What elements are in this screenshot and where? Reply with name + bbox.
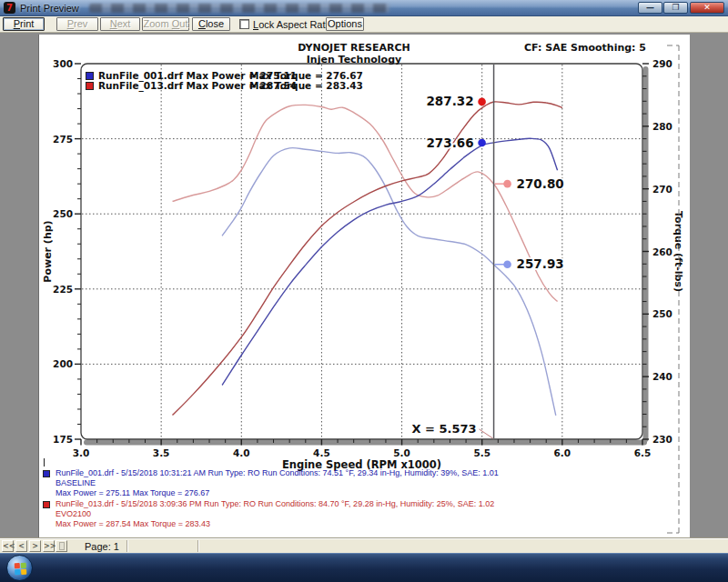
x-tick-label: 3.0 [73,447,90,458]
minimize-button[interactable]: — [638,2,662,14]
run2-name: EVO2100 [56,509,91,518]
close-icon: ✕ [703,3,711,12]
right-tick-label: 230 [652,434,672,445]
run2-file-line: RunFile_013.drf - 5/15/2018 3:09:36 PM R… [56,499,494,508]
legend-row-1: RunFile_001.drf Max Power = 275.11 Max T… [86,70,97,80]
chart-title: DYNOJET RESEARCH [217,42,490,54]
document-icon [59,542,65,550]
run1-max-line: Max Power = 275.11 Max Torque = 276.67 [56,488,209,497]
preview-page: 3.03.54.04.55.05.56.06.53002752502252001… [38,35,690,538]
callout-dot [478,98,486,106]
run2-max-line: Max Power = 287.54 Max Torque = 283.43 [56,519,210,528]
plot-border [81,64,642,439]
next-page-button[interactable]: > [29,540,41,552]
page-setup-button[interactable] [56,540,67,552]
legend-swatch-red [86,82,94,90]
x-tick-label: 3.5 [153,447,170,458]
callout-label: 270.80 [517,176,564,191]
run-swatch-1 [43,470,50,477]
callout-label: 257.93 [517,256,564,271]
preview-background: 3.03.54.04.55.05.56.06.53002752502252001… [0,33,728,538]
left-tick-label: 250 [53,208,73,219]
callout-dot [503,260,511,268]
close-window-button[interactable]: ✕ [690,2,724,14]
callout-dot [478,139,486,147]
x-tick-label: 6.5 [634,447,652,458]
options-button[interactable]: Options [326,17,364,31]
x-tick-label: 4.0 [233,447,250,458]
x-tick-label: 5.0 [393,447,410,458]
redacted-title-text [89,4,389,13]
last-page-button[interactable]: >> [43,540,55,552]
minimize-icon: — [646,3,654,12]
prev-page-button[interactable]: < [15,540,27,552]
statusbar-separator [126,540,128,552]
first-page-button[interactable]: << [2,540,14,552]
restore-button[interactable]: ❐ [663,2,688,14]
left-tick-label: 175 [53,434,73,445]
left-tick-label: 200 [53,358,73,369]
legend-file-2: RunFile_013.drf [98,80,183,91]
x-tick-label: 6.0 [554,447,571,458]
restore-icon: ❐ [672,3,679,12]
x-tick-label: 4.5 [313,447,330,458]
lock-aspect-label: Lock Aspect Ratio [253,19,333,30]
callout-dot [503,180,511,188]
print-preview-toolbar: Print Prev Next Zoom Out Close Lock Aspe… [0,16,728,33]
right-tick-label: 240 [652,371,672,382]
page-number-label: Page: 1 [85,541,119,552]
right-tick-label: 270 [652,184,672,195]
windows-flag-icon [15,563,27,576]
text-caret [44,458,45,467]
print-button[interactable]: Print [3,17,45,31]
app-icon: 7 [4,2,15,14]
right-tick-label: 290 [652,58,672,69]
correction-smoothing-note: CF: SAE Smoothing: 5 [524,42,646,54]
window-title: Print Preview [20,3,79,14]
callout-label: 287.32 [426,94,473,108]
callout-label: 273.66 [426,135,473,150]
title-bar: 7 Print Preview — ❐ ✕ [0,0,728,16]
left-tick-label: 225 [53,284,73,295]
prev-button[interactable]: Prev [56,17,98,31]
cursor-x-label: X = 5.573 [411,422,476,436]
dyno-chart: 3.03.54.04.55.05.56.06.53002752502252001… [39,35,691,538]
right-tick-label: 250 [652,308,672,319]
x-tick-label: 5.5 [473,447,490,458]
start-button[interactable] [6,555,33,581]
legend-row-2: RunFile_013.drf Max Power = 287.54 Max T… [86,80,97,90]
close-preview-button[interactable]: Close [192,17,230,31]
run-swatch-2 [43,501,50,508]
left-tick-label: 300 [53,58,73,69]
zoom-out-button[interactable]: Zoom Out [142,17,189,31]
legend-torque-2: Max Torque = 283.43 [249,80,363,91]
right-tick-label: 260 [652,246,672,257]
status-bar: << < > >> Page: 1 [0,538,728,553]
right-tick-label: 280 [652,121,672,132]
lock-aspect-checkbox[interactable] [239,19,249,29]
run1-file-line: RunFile_001.drf - 5/15/2018 10:31:21 AM … [56,468,499,477]
left-tick-label: 275 [53,134,73,145]
taskbar: e 7 ▲ [0,553,728,582]
run1-name: BASELINE [56,478,96,487]
left-axis-title: Power (hp) [42,220,54,282]
statusbar-separator [197,540,199,552]
next-button[interactable]: Next [100,17,140,31]
chart-subtitle: Injen Technology [217,54,490,65]
legend-swatch-blue [86,72,94,80]
